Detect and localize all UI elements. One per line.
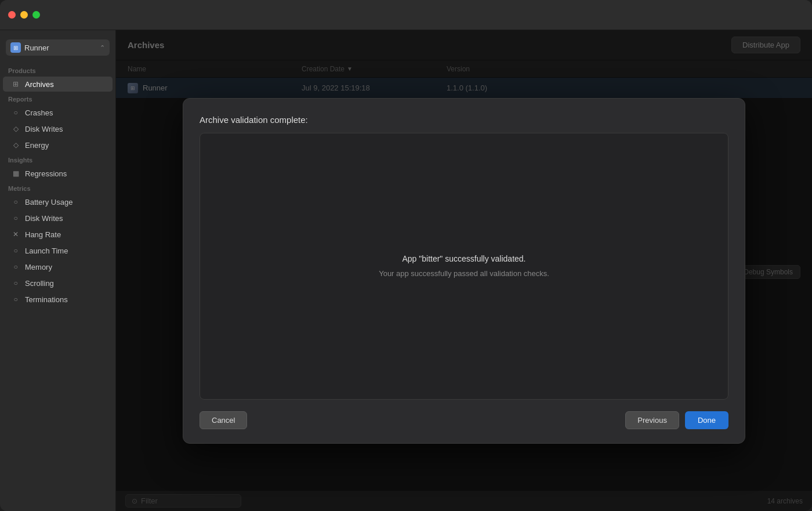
sidebar-item-launch-time[interactable]: ○ Launch Time <box>3 243 113 258</box>
project-selector[interactable]: ⊞ Runner ⌃ <box>6 39 110 56</box>
done-button[interactable]: Done <box>685 411 728 429</box>
close-button[interactable] <box>8 11 16 19</box>
sidebar-section-reports: Reports <box>0 92 115 104</box>
sidebar-item-label-regressions: Regressions <box>25 169 67 178</box>
sidebar-item-label-memory: Memory <box>25 263 52 271</box>
sidebar-item-label-hang-rate: Hang Rate <box>25 230 61 239</box>
sidebar-section-metrics: Metrics <box>0 182 115 194</box>
validation-success-title: App "bitter" successfully validated. <box>402 254 525 263</box>
sidebar-item-label-launch-time: Launch Time <box>25 247 68 255</box>
sidebar: ⊞ Runner ⌃ Products ⊞ Archives Reports ○… <box>0 30 116 511</box>
sidebar-item-disk-writes-metrics[interactable]: ○ Disk Writes <box>3 211 113 226</box>
modal-title: Archive validation complete: <box>200 115 728 125</box>
sidebar-item-label-crashes: Crashes <box>25 108 53 117</box>
modal-overlay: Archive validation complete: App "bitter… <box>116 30 812 511</box>
sidebar-item-scrolling[interactable]: ○ Scrolling <box>3 276 113 291</box>
sidebar-item-label-energy: Energy <box>25 141 49 150</box>
sidebar-item-label-archives: Archives <box>25 80 54 89</box>
sidebar-item-label-battery-usage: Battery Usage <box>25 198 72 206</box>
content-area: Archives Distribute App Name Creation Da… <box>116 30 812 511</box>
sidebar-item-regressions[interactable]: ▦ Regressions <box>3 166 113 181</box>
traffic-lights <box>8 11 40 19</box>
launch-time-icon: ○ <box>11 246 20 255</box>
sidebar-item-battery-usage[interactable]: ○ Battery Usage <box>3 194 113 209</box>
sidebar-item-terminations[interactable]: ○ Terminations <box>3 292 113 307</box>
sidebar-section-products: Products <box>0 64 115 76</box>
chevron-down-icon: ⌃ <box>100 44 105 52</box>
sidebar-item-label-terminations: Terminations <box>25 295 68 304</box>
project-name-label: Runner <box>24 44 49 52</box>
disk-writes-metrics-icon: ○ <box>11 213 20 223</box>
terminations-icon: ○ <box>11 295 20 304</box>
title-bar <box>0 0 812 30</box>
battery-usage-icon: ○ <box>11 197 20 206</box>
hang-rate-icon: ✕ <box>11 230 20 239</box>
crashes-icon: ○ <box>11 108 20 117</box>
validation-success-subtitle: Your app successfully passed all validat… <box>379 269 549 278</box>
scrolling-icon: ○ <box>11 278 20 288</box>
disk-writes-icon: ◇ <box>11 124 20 133</box>
sidebar-item-energy[interactable]: ◇ Energy <box>3 137 113 153</box>
energy-icon: ◇ <box>11 140 20 150</box>
archives-icon: ⊞ <box>11 79 20 89</box>
sidebar-item-label-disk-writes: Disk Writes <box>25 125 63 133</box>
main-window: ⊞ Runner ⌃ Products ⊞ Archives Reports ○… <box>0 0 812 511</box>
validation-modal: Archive validation complete: App "bitter… <box>183 98 745 444</box>
sidebar-item-hang-rate[interactable]: ✕ Hang Rate <box>3 227 113 242</box>
sidebar-item-disk-writes[interactable]: ◇ Disk Writes <box>3 121 113 136</box>
sidebar-section-insights: Insights <box>0 153 115 165</box>
cancel-button[interactable]: Cancel <box>200 411 247 429</box>
sidebar-item-label-disk-writes-metrics: Disk Writes <box>25 214 63 223</box>
maximize-button[interactable] <box>32 11 40 19</box>
sidebar-item-label-scrolling: Scrolling <box>25 279 54 288</box>
project-name-display: ⊞ Runner <box>10 42 49 53</box>
modal-footer-right: Previous Done <box>625 411 728 429</box>
previous-button[interactable]: Previous <box>625 411 679 429</box>
minimize-button[interactable] <box>20 11 28 19</box>
project-icon: ⊞ <box>10 42 21 53</box>
modal-content-area: App "bitter" successfully validated. You… <box>200 133 728 400</box>
sidebar-item-crashes[interactable]: ○ Crashes <box>3 105 113 120</box>
modal-footer: Cancel Previous Done <box>200 411 728 429</box>
main-layout: ⊞ Runner ⌃ Products ⊞ Archives Reports ○… <box>0 30 812 511</box>
memory-icon: ○ <box>11 262 20 271</box>
sidebar-item-archives[interactable]: ⊞ Archives <box>3 77 113 92</box>
sidebar-item-memory[interactable]: ○ Memory <box>3 259 113 274</box>
regressions-icon: ▦ <box>11 169 20 178</box>
